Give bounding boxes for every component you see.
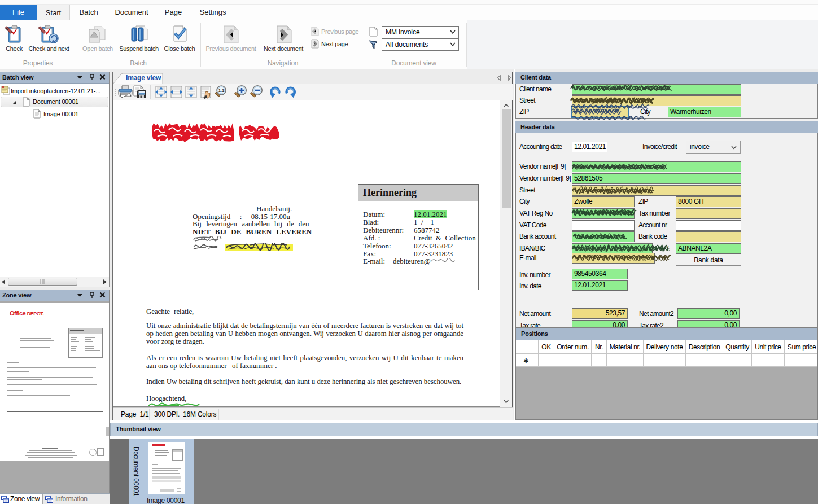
svg-text:1:1: 1:1 [218,89,224,93]
